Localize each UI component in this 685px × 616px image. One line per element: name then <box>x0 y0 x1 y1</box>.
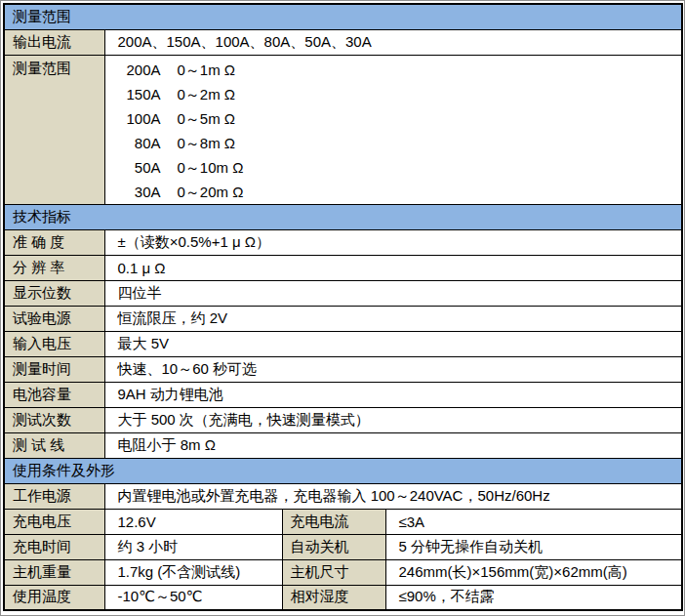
section-title: 测量范围 <box>4 4 682 29</box>
row-value: 5 分钟无操作自动关机 <box>385 534 682 559</box>
row-label: 自动关机 <box>282 534 385 559</box>
row-value: 内置锂电池或外置充电器，充电器输入 100～240VAC，50Hz/60Hz <box>104 483 682 509</box>
range-line: 50A 0～10m Ω <box>118 155 682 180</box>
row-value: ±（读数×0.5%+1 μ Ω） <box>104 229 682 255</box>
row-value: 大于 500 次（充满电，快速测量模式） <box>104 407 682 432</box>
row-value: ≤90%，不结露 <box>385 585 682 610</box>
range-value: 0～1m Ω <box>178 58 236 82</box>
row-label: 测 试 线 <box>4 432 104 458</box>
row-value: 200A、150A、100A、80A、50A、30A <box>104 29 682 55</box>
range-current: 100A <box>118 106 161 131</box>
row-input-voltage: 输入电压 最大 5V <box>4 331 682 356</box>
row-output-current: 输出电流 200A、150A、100A、80A、50A、30A <box>4 29 682 55</box>
row-label: 主机尺寸 <box>282 559 385 585</box>
row-label: 充电时间 <box>4 534 104 559</box>
row-battery-capacity: 电池容量 9AH 动力锂电池 <box>4 382 682 407</box>
row-temp-humidity: 使用温度 -10℃～50℃ 相对湿度 ≤90%，不结露 <box>4 585 682 610</box>
row-charge-voltage-current: 充电电压 12.6V 充电电流 ≤3A <box>4 509 682 534</box>
range-line: 200A 0～1m Ω <box>118 58 682 82</box>
section-header-tech-specs: 技术指标 <box>4 204 682 229</box>
row-charge-time-autooff: 充电时间 约 3 小时 自动关机 5 分钟无操作自动关机 <box>4 534 682 559</box>
range-line: 150A 0～2m Ω <box>118 82 682 106</box>
range-value: 0～20m Ω <box>178 180 244 204</box>
row-value: 12.6V <box>104 509 282 534</box>
row-value: 1.7kg (不含测试线) <box>104 559 282 585</box>
row-value: ≤3A <box>385 509 682 534</box>
row-accuracy: 准 确 度 ±（读数×0.5%+1 μ Ω） <box>4 229 682 255</box>
row-label: 使用温度 <box>4 585 104 610</box>
range-line: 30A 0～20m Ω <box>118 180 682 204</box>
range-value: 0～10m Ω <box>178 155 244 180</box>
row-label: 相对湿度 <box>282 585 385 610</box>
row-test-power: 试验电源 恒流限压，约 2V <box>4 306 682 331</box>
row-test-lead: 测 试 线 电阻小于 8m Ω <box>4 432 682 458</box>
row-weight-size: 主机重量 1.7kg (不含测试线) 主机尺寸 246mm(长)×156mm(宽… <box>4 559 682 585</box>
section-header-usage-conditions: 使用条件及外形 <box>4 458 682 483</box>
range-current: 150A <box>118 82 161 106</box>
row-test-count: 测试次数 大于 500 次（充满电，快速测量模式） <box>4 407 682 432</box>
row-label: 显示位数 <box>4 280 104 306</box>
row-display-digits: 显示位数 四位半 <box>4 280 682 306</box>
row-label: 充电电压 <box>4 509 104 534</box>
row-value: 四位半 <box>104 280 682 306</box>
row-label: 测试次数 <box>4 407 104 432</box>
range-line: 100A 0～5m Ω <box>118 106 682 131</box>
row-label: 充电电流 <box>282 509 385 534</box>
range-current: 80A <box>118 131 161 155</box>
range-value: 0～5m Ω <box>178 106 236 131</box>
spec-table: 测量范围 输出电流 200A、150A、100A、80A、50A、30A 测量范… <box>3 3 683 611</box>
row-measure-range: 测量范围 200A 0～1m Ω 150A 0～2m Ω 100A 0～5m Ω… <box>4 55 682 204</box>
row-label: 准 确 度 <box>4 229 104 255</box>
row-work-power: 工作电源 内置锂电池或外置充电器，充电器输入 100～240VAC，50Hz/6… <box>4 483 682 509</box>
row-label: 输出电流 <box>4 29 104 55</box>
row-value: 最大 5V <box>104 331 682 356</box>
row-value: 电阻小于 8m Ω <box>104 432 682 458</box>
row-value: 200A 0～1m Ω 150A 0～2m Ω 100A 0～5m Ω 80A … <box>104 55 682 204</box>
row-label: 输入电压 <box>4 331 104 356</box>
range-current: 200A <box>118 58 161 82</box>
row-value: -10℃～50℃ <box>104 585 282 610</box>
section-header-measure-range: 测量范围 <box>4 4 682 29</box>
section-title: 技术指标 <box>4 204 682 229</box>
row-value: 0.1 μ Ω <box>104 255 682 280</box>
range-current: 50A <box>118 155 161 180</box>
row-label: 测量范围 <box>4 55 104 204</box>
row-value: 快速、10～60 秒可选 <box>104 356 682 382</box>
section-title: 使用条件及外形 <box>4 458 682 483</box>
row-label: 测量时间 <box>4 356 104 382</box>
range-value: 0～8m Ω <box>178 131 236 155</box>
screenshot-frame: 测量范围 输出电流 200A、150A、100A、80A、50A、30A 测量范… <box>0 0 685 616</box>
range-current: 30A <box>118 180 161 204</box>
row-value: 恒流限压，约 2V <box>104 306 682 331</box>
row-value: 约 3 小时 <box>104 534 282 559</box>
row-label: 分 辨 率 <box>4 255 104 280</box>
row-value: 9AH 动力锂电池 <box>104 382 682 407</box>
row-resolution: 分 辨 率 0.1 μ Ω <box>4 255 682 280</box>
row-label: 电池容量 <box>4 382 104 407</box>
row-label: 工作电源 <box>4 483 104 509</box>
row-label: 试验电源 <box>4 306 104 331</box>
range-value: 0～2m Ω <box>178 82 236 106</box>
row-value: 246mm(长)×156mm(宽)×62mm(高) <box>385 559 682 585</box>
row-measure-time: 测量时间 快速、10～60 秒可选 <box>4 356 682 382</box>
row-label: 主机重量 <box>4 559 104 585</box>
range-line: 80A 0～8m Ω <box>118 131 682 155</box>
